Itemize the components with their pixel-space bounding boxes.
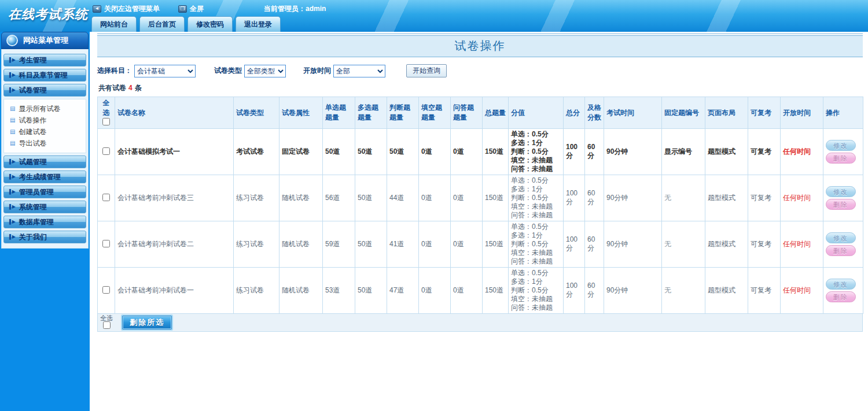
cell-single: 56道 bbox=[323, 175, 355, 221]
sidebar-item-label: 考生成绩管理 bbox=[19, 172, 61, 182]
collapse-left-menu[interactable]: ◄ 关闭左边管理菜单 bbox=[93, 4, 160, 14]
cell-scores: 单选：0.5分 多选：1分 判断：0.5分 填空：未抽题 问答：未抽题 bbox=[509, 129, 564, 175]
footer-select-all-checkbox[interactable] bbox=[103, 321, 111, 329]
cell-totalq: 150道 bbox=[483, 221, 509, 268]
paper-type-label: 试卷类型 bbox=[214, 66, 242, 76]
cell-qa: 0道 bbox=[451, 268, 483, 314]
filter-bar: 选择科目： 会计基础 试卷类型 全部类型 开放时间 全部 开始查询 bbox=[97, 64, 863, 77]
sidebar-item-questions[interactable]: ▌▶ 试题管理 bbox=[3, 155, 86, 168]
cell-blank: 0道 bbox=[419, 268, 451, 314]
delete-selected-button[interactable]: 删除所选 bbox=[122, 316, 172, 329]
cell-blank: 0道 bbox=[419, 221, 451, 268]
subject-select[interactable]: 会计基础 bbox=[134, 65, 196, 77]
cell-opentime: 任何时间 bbox=[781, 268, 823, 314]
play-icon: ▌▶ bbox=[9, 175, 15, 179]
table-row: 会计基础考前冲刺试卷一 练习试卷 随机试卷 53道 50道 47道 0道 0道 … bbox=[98, 268, 863, 314]
cell-fixednum: 无 bbox=[662, 221, 705, 268]
globe-icon bbox=[6, 35, 18, 46]
col-header-qa: 问答题题量 bbox=[451, 97, 483, 129]
list-icon: ▤ bbox=[10, 117, 15, 123]
col-header-actions: 操作 bbox=[823, 97, 863, 129]
play-icon: ▌▶ bbox=[9, 73, 15, 77]
edit-button[interactable]: 修改 bbox=[826, 279, 856, 290]
result-count: 共有试卷4条 bbox=[98, 83, 863, 93]
table-footer: 全选 删除所选 bbox=[97, 314, 863, 332]
query-button[interactable]: 开始查询 bbox=[406, 64, 447, 77]
tab-site-front[interactable]: 网站前台 bbox=[91, 16, 137, 32]
submenu-export-paper[interactable]: ▤ 导出试卷 bbox=[10, 138, 86, 149]
open-time-select[interactable]: 全部 bbox=[333, 65, 385, 77]
sidebar-item-papers[interactable]: ▌▶ 试卷管理 bbox=[3, 84, 86, 97]
edit-button[interactable]: 修改 bbox=[826, 186, 856, 197]
row-checkbox[interactable] bbox=[102, 194, 110, 201]
play-icon: ▌▶ bbox=[9, 190, 15, 194]
cell-layout: 题型模式 bbox=[705, 129, 748, 175]
submenu-label: 显示所有试卷 bbox=[19, 104, 60, 114]
papers-table: 全选 试卷名称 试卷类型 试卷属性 单选题题量 多选题题量 判断题题量 填空题题… bbox=[97, 97, 863, 314]
fullscreen-button[interactable]: ❐ 全屏 bbox=[178, 4, 204, 14]
cell-blank: 0道 bbox=[419, 129, 451, 175]
table-row: 会计基础考前冲刺试卷二 练习试卷 随机试卷 59道 50道 41道 0道 0道 … bbox=[98, 221, 863, 268]
submenu-paper-operate[interactable]: ▤ 试卷操作 bbox=[10, 114, 86, 126]
sidebar-item-admins[interactable]: ▌▶ 管理员管理 bbox=[3, 186, 86, 198]
cell-pass: 60分 bbox=[585, 268, 604, 314]
cell-retake: 可复考 bbox=[748, 175, 781, 221]
sidebar-item-label: 关于我们 bbox=[19, 232, 47, 242]
cell-attr: 随机试卷 bbox=[279, 175, 323, 221]
select-all-checkbox[interactable] bbox=[102, 118, 110, 125]
open-time-label: 开放时间 bbox=[303, 66, 331, 76]
cell-layout: 题型模式 bbox=[705, 268, 748, 314]
submenu-create-paper[interactable]: ▤ 创建试卷 bbox=[10, 126, 86, 138]
row-checkbox[interactable] bbox=[102, 240, 110, 247]
col-header-pass: 及格分数 bbox=[585, 97, 604, 129]
cell-pass: 60分 bbox=[585, 175, 604, 221]
col-header-judge: 判断题题量 bbox=[387, 97, 419, 129]
papers-submenu: ▤ 显示所有试卷 ▤ 试卷操作 ▤ 创建试卷 ▤ 导出试卷 bbox=[3, 99, 86, 153]
cell-single: 50道 bbox=[323, 129, 355, 175]
delete-button[interactable]: 删除 bbox=[826, 245, 856, 256]
sidebar-item-database[interactable]: ▌▶ 数据库管理 bbox=[3, 216, 86, 228]
cell-attr: 随机试卷 bbox=[279, 268, 323, 314]
cell-totalscore: 100分 bbox=[564, 221, 585, 268]
paper-type-select[interactable]: 全部类型 bbox=[244, 65, 286, 77]
sidebar-item-about[interactable]: ▌▶ 关于我们 bbox=[3, 231, 86, 243]
cell-fixednum: 无 bbox=[662, 175, 705, 221]
cell-duration: 90分钟 bbox=[604, 129, 662, 175]
sidebar-item-label: 管理员管理 bbox=[19, 187, 54, 197]
cell-totalscore: 100分 bbox=[564, 129, 585, 175]
col-header-retake: 可复考 bbox=[748, 97, 781, 129]
col-header-layout: 页面布局 bbox=[705, 97, 748, 129]
edit-button[interactable]: 修改 bbox=[826, 140, 856, 151]
sidebar-item-subjects[interactable]: ▌▶ 科目及章节管理 bbox=[3, 69, 86, 82]
row-checkbox[interactable] bbox=[102, 147, 110, 155]
cell-scores: 单选：0.5分 多选：1分 判断：0.5分 填空：未抽题 问答：未抽题 bbox=[509, 221, 564, 268]
submenu-show-all-papers[interactable]: ▤ 显示所有试卷 bbox=[10, 103, 86, 114]
col-header-blank: 填空题题量 bbox=[419, 97, 451, 129]
delete-button[interactable]: 删除 bbox=[826, 199, 856, 210]
cell-multi: 50道 bbox=[355, 129, 387, 175]
sidebar-item-examinee[interactable]: ▌▶ 考生管理 bbox=[3, 54, 86, 66]
tab-admin-home[interactable]: 后台首页 bbox=[139, 16, 185, 32]
cell-layout: 题型模式 bbox=[705, 175, 748, 221]
tab-logout[interactable]: 退出登录 bbox=[236, 16, 281, 32]
delete-button[interactable]: 删除 bbox=[826, 291, 856, 302]
cell-qa: 0道 bbox=[451, 129, 483, 175]
sidebar-item-system[interactable]: ▌▶ 系统管理 bbox=[3, 201, 86, 213]
subject-label: 选择科目： bbox=[97, 66, 132, 76]
play-icon: ▌▶ bbox=[9, 205, 15, 209]
cell-retake: 可复考 bbox=[748, 268, 781, 314]
sidebar: 网站菜单管理 ▌▶ 考生管理 ▌▶ 科目及章节管理 ▌▶ 试卷管理 ▤ 显示所有… bbox=[0, 32, 90, 411]
play-icon: ▌▶ bbox=[9, 235, 15, 239]
delete-button[interactable]: 删除 bbox=[826, 153, 856, 164]
cell-duration: 90分钟 bbox=[604, 175, 662, 221]
row-checkbox[interactable] bbox=[102, 286, 110, 294]
play-icon: ▌▶ bbox=[9, 58, 15, 62]
play-icon: ▌▶ bbox=[9, 88, 15, 92]
cell-blank: 0道 bbox=[419, 175, 451, 221]
tab-change-password[interactable]: 修改密码 bbox=[187, 16, 233, 32]
edit-button[interactable]: 修改 bbox=[826, 232, 856, 243]
list-icon: ▤ bbox=[10, 106, 15, 112]
cell-retake: 可复考 bbox=[748, 129, 781, 175]
sidebar-item-scores[interactable]: ▌▶ 考生成绩管理 bbox=[3, 171, 86, 183]
submenu-label: 试卷操作 bbox=[19, 116, 46, 125]
